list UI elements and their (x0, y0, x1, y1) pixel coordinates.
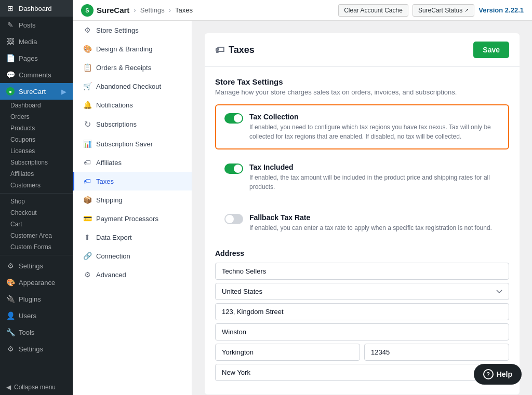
address-label: Address (215, 249, 509, 257)
plugins-icon: 🔌 (6, 295, 15, 303)
comments-icon: 💬 (6, 71, 15, 79)
pages-icon: 📄 (6, 54, 15, 62)
fallback-tax-label: Fallback Tax Rate (249, 213, 492, 222)
tax-collection-row: Tax Collection If enabled, you need to c… (224, 113, 500, 141)
tax-included-card: Tax Included If enabled, the tax amount … (215, 155, 509, 200)
page-wrapper: 🏷 Taxes Save Store Tax Settings Manage h… (205, 33, 520, 394)
street-input[interactable] (215, 303, 509, 320)
fallback-tax-desc: If enabled, you can enter a tax rate to … (249, 223, 492, 233)
payment-processors-icon: 💳 (83, 214, 92, 223)
address-section: Address United States Canada United King… (215, 249, 509, 384)
tax-included-toggle[interactable] (224, 164, 243, 174)
sc-nav-advanced[interactable]: ⚙ Advanced (73, 265, 192, 284)
country-select[interactable]: United States Canada United Kingdom (215, 283, 509, 300)
sidebar-item-pages[interactable]: 📄 Pages (0, 50, 73, 66)
posts-icon: ✎ (6, 21, 15, 29)
sc-nav-design-branding[interactable]: 🎨 Design & Branding (73, 39, 192, 58)
sc-nav-connection[interactable]: 🔗 Connection (73, 247, 192, 265)
sc-nav-shipping[interactable]: 📦 Shipping (73, 190, 192, 209)
city-input[interactable] (215, 323, 509, 340)
sc-nav-abandoned-checkout[interactable]: 🛒 Abandoned Checkout (73, 77, 192, 96)
appearance-icon: 🎨 (6, 278, 15, 287)
sidebar-sub-sc-dashboard[interactable]: Dashboard (0, 100, 73, 111)
sidebar-item-appearance[interactable]: 🎨 Appearance (0, 274, 73, 291)
sidebar-sub-affiliates[interactable]: Affiliates (0, 168, 73, 180)
sidebar-sub-coupons[interactable]: Coupons (0, 134, 73, 145)
sidebar-item-media[interactable]: 🖼 Media (0, 33, 73, 50)
collapse-icon: ◀ (6, 384, 11, 391)
sidebar-item-wp-settings[interactable]: ⚙ Settings (0, 340, 73, 357)
sidebar-sub-orders[interactable]: Orders (0, 111, 73, 122)
sc-nav-orders-receipts[interactable]: 📋 Orders & Receipts (73, 58, 192, 77)
surecart-logo: S SureCart (81, 4, 129, 17)
notifications-icon: 🔔 (83, 101, 92, 109)
sidebar-sub-shop[interactable]: Shop (0, 196, 73, 207)
sidebar-item-posts[interactable]: ✎ Posts (0, 17, 73, 33)
sidebar-sub-cart[interactable]: Cart (0, 219, 73, 230)
collapse-menu-btn[interactable]: ◀ Collapse menu (0, 379, 73, 395)
dashboard-icon: ⊞ (6, 4, 15, 12)
tax-collection-label: Tax Collection (249, 113, 500, 121)
tax-collection-toggle[interactable] (224, 113, 243, 124)
fallback-tax-content: Fallback Tax Rate If enabled, you can en… (249, 213, 492, 233)
sidebar-sub-customer-area[interactable]: Customer Area (0, 230, 73, 241)
company-input[interactable] (215, 263, 509, 280)
sc-nav-payment-processors[interactable]: 💳 Payment Processors (73, 209, 192, 228)
media-icon: 🖼 (6, 37, 15, 46)
page-header: 🏷 Taxes Save (205, 33, 520, 67)
sidebar-sub-subscriptions[interactable]: Subscriptions (0, 157, 73, 168)
help-button[interactable]: ? Help (474, 364, 522, 385)
sc-nav-subscription-saver[interactable]: 📊 Subscription Saver (73, 134, 192, 153)
sidebar-item-users[interactable]: 👤 Users (0, 307, 73, 324)
city-zip-row (215, 344, 509, 364)
tax-collection-content: Tax Collection If enabled, you need to c… (249, 113, 500, 141)
abandoned-checkout-icon: 🛒 (83, 82, 92, 90)
sidebar-sub-licenses[interactable]: Licenses (0, 145, 73, 157)
sc-nav-store-settings[interactable]: ⚙ Store Settings (73, 21, 192, 39)
surecart-status-button[interactable]: SureCart Status ↗ (413, 4, 474, 17)
sc-nav-subscriptions[interactable]: ↻ Subscriptions (73, 114, 192, 134)
sidebar-item-comments[interactable]: 💬 Comments (0, 66, 73, 83)
zip-input[interactable] (364, 344, 509, 361)
sidebar-item-dashboard[interactable]: ⊞ Dashboard (0, 0, 73, 17)
wp-settings-icon: ⚙ (6, 345, 15, 353)
sidebar-item-tools[interactable]: 🔧 Tools (0, 324, 73, 340)
external-link-icon: ↗ (464, 7, 469, 13)
subscription-saver-icon: 📊 (83, 140, 92, 148)
tax-included-label: Tax Included (249, 163, 500, 171)
state-select[interactable]: New York California Texas (215, 364, 509, 381)
sidebar-item-surecart[interactable]: ● SureCart ▶ (0, 83, 73, 100)
fallback-tax-slider (224, 214, 243, 224)
breadcrumb-taxes: Taxes (175, 6, 193, 14)
affiliates-icon: 🏷 (83, 158, 92, 167)
sc-nav-taxes[interactable]: 🏷 Taxes ← (73, 172, 192, 190)
fallback-tax-row: Fallback Tax Rate If enabled, you can en… (224, 213, 500, 233)
tax-collection-slider (224, 113, 243, 124)
sidebar-item-settings[interactable]: ⚙ Settings ← (0, 257, 73, 274)
breadcrumb-sep-2: › (169, 6, 171, 14)
tax-included-content: Tax Included If enabled, the tax amount … (249, 163, 500, 192)
logo-circle: S (81, 4, 94, 17)
sidebar-sub-customers[interactable]: Customers (0, 180, 73, 191)
breadcrumb-settings[interactable]: Settings (140, 6, 165, 14)
page-title: 🏷 Taxes (215, 45, 255, 56)
clear-cache-button[interactable]: Clear Account Cache (338, 4, 408, 17)
sc-nav-affiliates[interactable]: 🏷 Affiliates (73, 153, 192, 172)
sidebar-sub-custom-forms[interactable]: Custom Forms (0, 241, 73, 253)
fallback-tax-toggle[interactable] (224, 214, 243, 224)
taxes-icon: 🏷 (83, 177, 92, 185)
state-city-input[interactable] (215, 344, 360, 361)
tax-collection-card: Tax Collection If enabled, you need to c… (215, 104, 509, 149)
content-area: ⚙ Store Settings 🎨 Design & Branding 📋 O… (73, 21, 532, 395)
sidebar-sub-products[interactable]: Products (0, 122, 73, 134)
sc-nav-notifications[interactable]: 🔔 Notifications (73, 96, 192, 114)
content-card: Store Tax Settings Manage how your store… (205, 67, 520, 394)
save-top-button[interactable]: Save (473, 42, 509, 58)
topbar: S SureCart › Settings › Taxes Clear Acco… (73, 0, 532, 21)
sidebar-sub-checkout[interactable]: Checkout (0, 207, 73, 219)
tax-included-desc: If enabled, the tax amount will be inclu… (249, 173, 500, 192)
divider-2 (0, 255, 73, 255)
tools-icon: 🔧 (6, 328, 15, 336)
sc-nav-data-export[interactable]: ⬆ Data Export (73, 228, 192, 247)
sidebar-item-plugins[interactable]: 🔌 Plugins (0, 291, 73, 307)
